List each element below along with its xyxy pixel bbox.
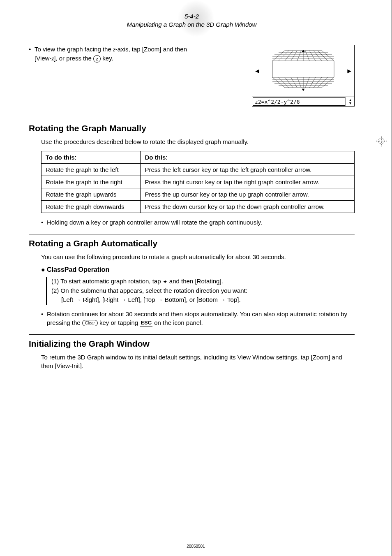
section-heading: Rotating a Graph Automatically [29,239,355,248]
steps-block: (1) To start automatic graph rotation, t… [46,277,355,305]
step-text: and then [Rotating]. [168,278,223,285]
bullet-icon: • [41,218,47,227]
intro-fragment: [View- [35,55,51,62]
section-intro: Use the procedures described below to ro… [41,137,355,146]
intro-fragment: ], or press the [54,55,93,62]
operation-heading: ● ClassPad Operation [41,266,355,273]
bullet-icon: • [29,45,35,63]
right-arrow-icon[interactable]: ► [344,67,354,75]
bullet-icon: ● [41,266,47,273]
step-text: (1) To start automatic graph rotation, t… [51,278,163,285]
section-intro: You can use the following procedure to r… [41,253,355,261]
divider [29,234,355,234]
table-row: Rotate the graph to the left Press the l… [42,164,355,176]
intro-fragment: -axis, tap [Zoom] and then [115,46,187,53]
svg-marker-1 [302,89,304,91]
page-title: Manipulating a Graph on the 3D Graph Win… [29,21,355,29]
svg-marker-0 [302,50,304,52]
section-body: To return the 3D Graph window to its ini… [41,353,355,370]
resize-icon[interactable]: ▴▾ [346,97,354,106]
bullet-icon: • [41,310,47,327]
page-header: 5-4-2 Manipulating a Graph on the 3D Gra… [29,12,355,28]
formula-display: z2=x^2/2-y^2/8 [253,97,345,106]
left-arrow-icon[interactable]: ◄ [252,67,262,75]
section-note: • Rotation continues for about 30 second… [41,310,355,327]
table-row: Rotate the graph downwards Press the dow… [42,201,355,213]
clear-key-icon: Clear [82,320,98,326]
intro-fragment: To view the graph facing the [35,46,113,53]
step-text: [Left → Right], [Right → Left], [Top → B… [51,295,355,305]
crop-mark-icon [376,136,387,149]
z-key-icon: z [93,55,101,63]
section-heading: Rotating the Graph Manually [29,123,355,133]
divider [29,334,355,335]
intro-text: • To view the graph facing the z-axis, t… [29,45,244,63]
divider [29,119,355,119]
table-row: Rotate the graph to the right Press the … [42,176,355,188]
section-note: • Holding down a key or graph controller… [41,218,355,227]
note-text: Holding down a key or graph controller a… [47,218,262,227]
intro-fragment: key. [101,55,113,62]
rotation-table: To do this: Do this: Rotate the graph to… [41,151,355,213]
graph-grid [262,49,344,94]
op-heading-text: ClassPad Operation [47,266,109,273]
note-text: key or tapping [98,319,140,326]
esc-button-icon: ESC [140,319,152,327]
table-header: Do this: [141,151,355,164]
graph-screenshot: ◄ [252,45,355,107]
table-header: To do this: [42,151,141,164]
step-text: (2) On the submenu that appears, select … [51,286,355,296]
footer-date: 20050501 [187,544,205,549]
table-row: Rotate the graph upwards Press the up cu… [42,188,355,201]
note-text: on the icon panel. [154,319,203,326]
page-ref: 5-4-2 [29,12,355,21]
rotate-icon: ✦ [163,278,168,286]
section-heading: Initializing the Graph Window [29,339,355,349]
